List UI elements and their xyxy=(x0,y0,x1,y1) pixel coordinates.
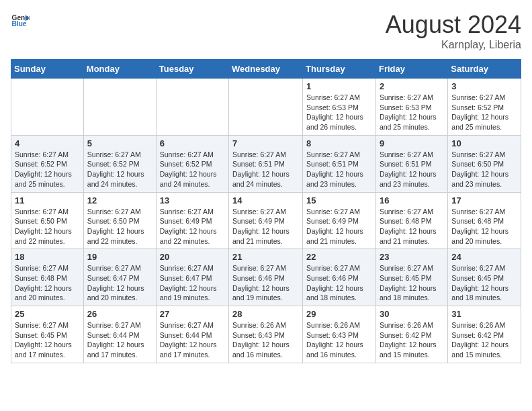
day-number: 20 xyxy=(160,252,225,262)
day-number: 14 xyxy=(232,195,299,205)
calendar-cell: 1Sunrise: 6:27 AM Sunset: 6:53 PM Daylig… xyxy=(303,79,376,136)
calendar-cell: 7Sunrise: 6:27 AM Sunset: 6:51 PM Daylig… xyxy=(229,135,303,192)
calendar-cell: 22Sunrise: 6:27 AM Sunset: 6:46 PM Dayli… xyxy=(303,249,376,306)
day-number: 18 xyxy=(15,252,80,262)
page-header: General Blue August 2024 Karnplay, Liber… xyxy=(11,11,521,51)
calendar-cell: 16Sunrise: 6:27 AM Sunset: 6:48 PM Dayli… xyxy=(375,192,447,249)
day-info: Sunrise: 6:27 AM Sunset: 6:48 PM Dayligh… xyxy=(451,207,517,246)
day-info: Sunrise: 6:27 AM Sunset: 6:52 PM Dayligh… xyxy=(87,150,152,189)
calendar-cell: 14Sunrise: 6:27 AM Sunset: 6:49 PM Dayli… xyxy=(229,192,303,249)
calendar-table: SundayMondayTuesdayWednesdayThursdayFrid… xyxy=(11,59,521,363)
day-number: 12 xyxy=(87,195,152,205)
day-info: Sunrise: 6:27 AM Sunset: 6:51 PM Dayligh… xyxy=(306,150,372,189)
title-block: August 2024 Karnplay, Liberia xyxy=(386,11,521,51)
day-number: 16 xyxy=(380,195,444,205)
svg-text:Blue: Blue xyxy=(12,20,27,28)
day-number: 22 xyxy=(306,252,372,262)
day-info: Sunrise: 6:27 AM Sunset: 6:45 PM Dayligh… xyxy=(380,263,444,303)
day-number: 21 xyxy=(232,252,299,262)
day-number: 31 xyxy=(451,309,517,319)
calendar-cell: 24Sunrise: 6:27 AM Sunset: 6:45 PM Dayli… xyxy=(448,249,521,306)
calendar-week-2: 4Sunrise: 6:27 AM Sunset: 6:52 PM Daylig… xyxy=(11,135,521,192)
calendar-cell: 13Sunrise: 6:27 AM Sunset: 6:49 PM Dayli… xyxy=(156,192,228,249)
weekday-header-tuesday: Tuesday xyxy=(156,60,228,79)
calendar-cell: 8Sunrise: 6:27 AM Sunset: 6:51 PM Daylig… xyxy=(303,135,376,192)
calendar-cell xyxy=(229,79,303,136)
day-info: Sunrise: 6:26 AM Sunset: 6:43 PM Dayligh… xyxy=(232,320,299,360)
day-number: 8 xyxy=(306,138,372,148)
calendar-week-1: 1Sunrise: 6:27 AM Sunset: 6:53 PM Daylig… xyxy=(11,79,521,136)
calendar-cell: 31Sunrise: 6:26 AM Sunset: 6:42 PM Dayli… xyxy=(448,306,521,363)
calendar-cell xyxy=(156,79,228,136)
day-info: Sunrise: 6:27 AM Sunset: 6:44 PM Dayligh… xyxy=(87,320,152,360)
day-info: Sunrise: 6:27 AM Sunset: 6:52 PM Dayligh… xyxy=(160,150,225,189)
month-year-title: August 2024 xyxy=(386,11,521,39)
calendar-cell: 4Sunrise: 6:27 AM Sunset: 6:52 PM Daylig… xyxy=(11,135,84,192)
day-info: Sunrise: 6:27 AM Sunset: 6:47 PM Dayligh… xyxy=(87,263,152,303)
day-info: Sunrise: 6:27 AM Sunset: 6:52 PM Dayligh… xyxy=(15,150,80,189)
calendar-cell: 17Sunrise: 6:27 AM Sunset: 6:48 PM Dayli… xyxy=(448,192,521,249)
day-number: 15 xyxy=(306,195,372,205)
calendar-cell: 28Sunrise: 6:26 AM Sunset: 6:43 PM Dayli… xyxy=(229,306,303,363)
day-info: Sunrise: 6:26 AM Sunset: 6:43 PM Dayligh… xyxy=(306,320,372,360)
weekday-header-thursday: Thursday xyxy=(303,60,376,79)
day-number: 7 xyxy=(232,138,299,148)
calendar-cell xyxy=(83,79,156,136)
weekday-header-monday: Monday xyxy=(83,60,156,79)
calendar-cell: 19Sunrise: 6:27 AM Sunset: 6:47 PM Dayli… xyxy=(83,249,156,306)
day-number: 19 xyxy=(87,252,152,262)
calendar-cell: 15Sunrise: 6:27 AM Sunset: 6:49 PM Dayli… xyxy=(303,192,376,249)
day-info: Sunrise: 6:27 AM Sunset: 6:52 PM Dayligh… xyxy=(451,93,517,132)
weekday-header-friday: Friday xyxy=(375,60,447,79)
day-number: 30 xyxy=(380,309,444,319)
day-number: 23 xyxy=(380,252,444,262)
logo-icon: General Blue xyxy=(11,11,30,30)
calendar-cell: 18Sunrise: 6:27 AM Sunset: 6:48 PM Dayli… xyxy=(11,249,84,306)
calendar-cell: 2Sunrise: 6:27 AM Sunset: 6:53 PM Daylig… xyxy=(375,79,447,136)
day-info: Sunrise: 6:27 AM Sunset: 6:51 PM Dayligh… xyxy=(380,150,444,189)
calendar-cell: 3Sunrise: 6:27 AM Sunset: 6:52 PM Daylig… xyxy=(448,79,521,136)
day-number: 24 xyxy=(451,252,517,262)
day-number: 27 xyxy=(160,309,225,319)
day-info: Sunrise: 6:27 AM Sunset: 6:45 PM Dayligh… xyxy=(15,320,80,360)
day-info: Sunrise: 6:27 AM Sunset: 6:50 PM Dayligh… xyxy=(15,207,80,246)
day-number: 26 xyxy=(87,309,152,319)
day-info: Sunrise: 6:27 AM Sunset: 6:50 PM Dayligh… xyxy=(451,150,517,189)
location-subtitle: Karnplay, Liberia xyxy=(386,39,521,51)
day-number: 29 xyxy=(306,309,372,319)
calendar-cell: 5Sunrise: 6:27 AM Sunset: 6:52 PM Daylig… xyxy=(83,135,156,192)
day-info: Sunrise: 6:27 AM Sunset: 6:49 PM Dayligh… xyxy=(232,207,299,246)
calendar-cell: 12Sunrise: 6:27 AM Sunset: 6:50 PM Dayli… xyxy=(83,192,156,249)
day-info: Sunrise: 6:27 AM Sunset: 6:46 PM Dayligh… xyxy=(306,263,372,303)
calendar-cell xyxy=(11,79,84,136)
calendar-cell: 11Sunrise: 6:27 AM Sunset: 6:50 PM Dayli… xyxy=(11,192,84,249)
calendar-cell: 21Sunrise: 6:27 AM Sunset: 6:46 PM Dayli… xyxy=(229,249,303,306)
day-info: Sunrise: 6:27 AM Sunset: 6:53 PM Dayligh… xyxy=(380,93,444,132)
day-info: Sunrise: 6:27 AM Sunset: 6:49 PM Dayligh… xyxy=(160,207,225,246)
day-info: Sunrise: 6:27 AM Sunset: 6:45 PM Dayligh… xyxy=(451,263,517,303)
day-number: 10 xyxy=(451,138,517,148)
day-number: 3 xyxy=(451,81,517,91)
weekday-header-row: SundayMondayTuesdayWednesdayThursdayFrid… xyxy=(11,60,521,79)
day-info: Sunrise: 6:27 AM Sunset: 6:46 PM Dayligh… xyxy=(232,263,299,303)
calendar-week-3: 11Sunrise: 6:27 AM Sunset: 6:50 PM Dayli… xyxy=(11,192,521,249)
day-info: Sunrise: 6:27 AM Sunset: 6:48 PM Dayligh… xyxy=(15,263,80,303)
day-number: 17 xyxy=(451,195,517,205)
calendar-cell: 9Sunrise: 6:27 AM Sunset: 6:51 PM Daylig… xyxy=(375,135,447,192)
calendar-cell: 27Sunrise: 6:27 AM Sunset: 6:44 PM Dayli… xyxy=(156,306,228,363)
calendar-cell: 29Sunrise: 6:26 AM Sunset: 6:43 PM Dayli… xyxy=(303,306,376,363)
day-info: Sunrise: 6:27 AM Sunset: 6:49 PM Dayligh… xyxy=(306,207,372,246)
calendar-week-4: 18Sunrise: 6:27 AM Sunset: 6:48 PM Dayli… xyxy=(11,249,521,306)
day-info: Sunrise: 6:27 AM Sunset: 6:50 PM Dayligh… xyxy=(87,207,152,246)
day-info: Sunrise: 6:27 AM Sunset: 6:48 PM Dayligh… xyxy=(380,207,444,246)
day-number: 1 xyxy=(306,81,372,91)
calendar-cell: 23Sunrise: 6:27 AM Sunset: 6:45 PM Dayli… xyxy=(375,249,447,306)
day-number: 25 xyxy=(15,309,80,319)
day-info: Sunrise: 6:27 AM Sunset: 6:53 PM Dayligh… xyxy=(306,93,372,132)
day-number: 2 xyxy=(380,81,444,91)
day-info: Sunrise: 6:27 AM Sunset: 6:44 PM Dayligh… xyxy=(160,320,225,360)
calendar-cell: 10Sunrise: 6:27 AM Sunset: 6:50 PM Dayli… xyxy=(448,135,521,192)
day-number: 13 xyxy=(160,195,225,205)
day-info: Sunrise: 6:27 AM Sunset: 6:51 PM Dayligh… xyxy=(232,150,299,189)
day-number: 5 xyxy=(87,138,152,148)
